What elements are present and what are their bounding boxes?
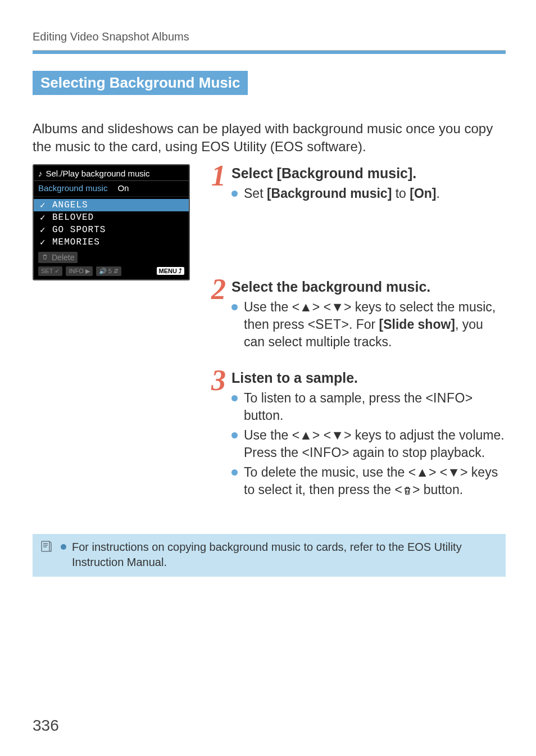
return-icon: ⤴: [179, 268, 182, 274]
cam-option-label: Background music: [38, 183, 107, 193]
list-item: ✓ BELOVED: [34, 211, 189, 224]
cam-foot-info-label: INFO: [69, 268, 83, 274]
step-3-bullet-2: Use the <▲> <▼> keys to adjust the volum…: [231, 427, 506, 461]
cam-foot-set: SET ✓: [38, 266, 62, 276]
play-icon: ▶: [85, 268, 90, 275]
cam-foot-info: INFO ▶: [66, 266, 92, 276]
cam-option-row: Background music On: [34, 181, 189, 197]
cam-track-label: ANGELS: [52, 200, 88, 210]
note-box: For instructions on copying background m…: [33, 534, 506, 577]
cam-option-value: On: [117, 183, 129, 193]
step-number-1: 1: [203, 164, 226, 205]
text-bold: [Background music]: [267, 186, 392, 201]
step-3-bullet-1: To listen to a sample, press the <INFO> …: [231, 390, 506, 424]
cam-foot-menu: MENU ⤴: [157, 267, 184, 275]
cam-foot-menu-label: MENU: [159, 268, 177, 274]
cam-title: ♪ Sel./Play background music: [34, 165, 189, 181]
note-icon: [39, 540, 53, 553]
check-icon: ✓: [39, 213, 47, 222]
cam-delete-row: Delete: [38, 252, 78, 263]
down-triangle-icon: ▼: [331, 300, 344, 314]
cam-foot-vol: 🔊 5 ⇵: [96, 266, 121, 276]
divider-blue: [33, 51, 506, 54]
step-3-heading: Listen to a sample.: [231, 370, 506, 386]
cam-title-text: Sel./Play background music: [46, 169, 150, 178]
text: Use the <: [244, 428, 299, 442]
text: > <: [429, 465, 447, 479]
step-1: 1 Select [Background music]. Set [Backgr…: [203, 164, 506, 205]
step-3-bullet-3: To delete the music, use the <▲> <▼> key…: [231, 464, 506, 500]
set-label: SET: [315, 317, 341, 332]
music-note-icon: ♪: [38, 169, 43, 178]
up-triangle-icon: ▲: [299, 300, 312, 314]
list-item: ✓ GO SPORTS: [34, 224, 189, 236]
text: To delete the music, use the <: [244, 465, 416, 479]
step-2: 2 Select the background music. Use the <…: [203, 278, 506, 353]
step-1-heading: Select [Background music].: [231, 165, 506, 182]
cam-track-label: BELOVED: [52, 212, 94, 223]
cam-track-label: GO SPORTS: [52, 225, 106, 235]
note-body: For instructions on copying background m…: [61, 540, 497, 570]
step-number-2: 2: [203, 278, 226, 353]
check-icon: ✓: [54, 268, 60, 275]
text: to: [392, 186, 410, 201]
down-triangle-icon: ▼: [447, 465, 460, 479]
step-1-bullet-1: Set [Background music] to [On].: [231, 185, 506, 202]
step-2-heading: Select the background music.: [231, 279, 506, 295]
camera-menu-screenshot: ♪ Sel./Play background music Background …: [33, 164, 190, 280]
check-icon: ✓: [39, 225, 47, 234]
text: Use the <: [244, 300, 299, 314]
up-triangle-icon: ▲: [416, 465, 429, 479]
cam-foot-set-label: SET: [41, 268, 53, 274]
note-text: For instructions on copying background m…: [61, 540, 497, 570]
text: > <: [312, 428, 331, 442]
running-head: Editing Video Snapshot Albums: [33, 30, 506, 43]
cam-track-list: ✓ ANGELS ✓ BELOVED ✓ GO SPORTS ✓ MEMORIE…: [34, 197, 189, 248]
text-bold: [Slide show]: [379, 317, 455, 332]
text: > button.: [412, 482, 463, 497]
intro-paragraph: Albums and slideshows can be played with…: [33, 120, 506, 156]
down-triangle-icon: ▼: [331, 428, 344, 442]
text: Set: [244, 186, 267, 201]
cam-delete-label: Delete: [52, 253, 74, 262]
cam-footer: SET ✓ INFO ▶ 🔊 5 ⇵ MENU ⤴: [34, 264, 189, 279]
step-2-bullet-1: Use the <▲> <▼> keys to select the music…: [231, 298, 506, 351]
list-item: ✓ MEMORIES: [34, 236, 189, 248]
section-title: Selecting Background Music: [33, 71, 248, 95]
check-icon: ✓: [39, 238, 47, 247]
trash-icon: [402, 483, 412, 500]
up-triangle-icon: ▲: [299, 428, 312, 442]
page-number: 336: [33, 717, 59, 735]
step-number-3: 3: [203, 369, 226, 503]
cam-track-label: MEMORIES: [52, 237, 100, 247]
trash-icon: [42, 253, 48, 262]
check-icon: ✓: [39, 201, 47, 210]
speaker-icon: 🔊: [99, 268, 107, 275]
info-label: INFO: [310, 445, 342, 460]
text: To listen to a sample, press the <: [244, 391, 433, 405]
text: >. For: [341, 317, 379, 332]
updown-icon: ⇵: [113, 268, 119, 275]
text: > <: [312, 300, 331, 314]
step-3: 3 Listen to a sample. To listen to a sam…: [203, 369, 506, 503]
svg-rect-0: [42, 541, 49, 551]
cam-foot-vol-value: 5: [108, 268, 112, 274]
list-item: ✓ ANGELS: [34, 199, 189, 211]
text: > again to stop playback.: [342, 445, 485, 460]
text-bold: [On]: [410, 186, 436, 201]
info-label: INFO: [433, 391, 465, 405]
text: .: [437, 186, 440, 201]
